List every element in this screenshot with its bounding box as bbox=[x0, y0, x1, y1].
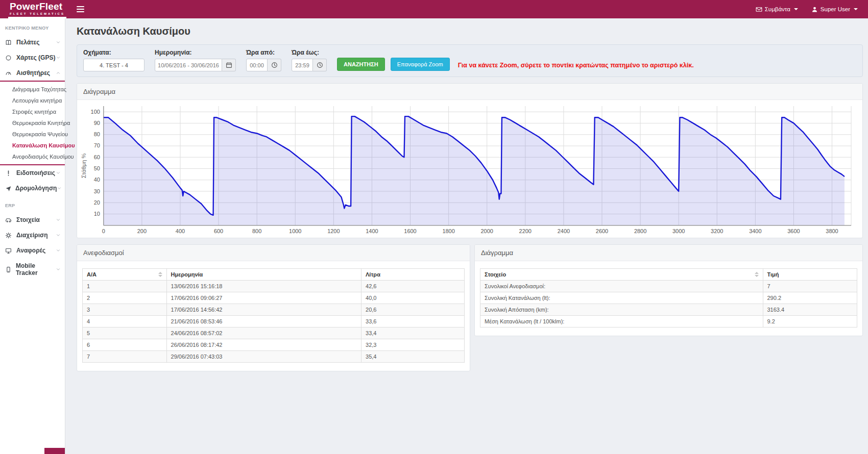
time-from-label: Ώρα από: bbox=[246, 49, 281, 56]
sidebar-item-mobile-tracker[interactable]: Mobile Tracker bbox=[0, 258, 65, 281]
table-row: Μέση Κατανάλωση (lt / 100klm):9.2 bbox=[480, 316, 857, 327]
sidebar-item-label: Στοιχεία bbox=[16, 216, 40, 223]
user-icon bbox=[811, 6, 818, 13]
clock-icon bbox=[271, 62, 278, 68]
zoom-hint-text: Για να κάνετε Zoom, σύρετε το ποντίκι κρ… bbox=[458, 62, 694, 69]
svg-text:800: 800 bbox=[252, 228, 261, 234]
svg-text:30: 30 bbox=[94, 188, 100, 194]
sidebar-subitem-fuel-consumption-active[interactable]: Κατανάλωση Καυσίμου bbox=[0, 140, 65, 151]
sidebar-section-erp: ERP bbox=[0, 196, 65, 212]
search-button[interactable]: ΑΝΑΖΗΤΗΣΗ bbox=[337, 58, 385, 71]
refuels-panel-title: Ανεφοδιασμοί bbox=[77, 245, 470, 261]
sidebar-subitem-engine-operation[interactable]: Λειτουργία κινητήρα bbox=[0, 95, 65, 106]
gear-icon bbox=[5, 232, 13, 239]
sidebar-item-label: Πελάτες bbox=[16, 39, 40, 46]
svg-text:1200: 1200 bbox=[327, 228, 340, 234]
paper-plane-icon bbox=[5, 185, 12, 192]
time-from-input[interactable] bbox=[246, 59, 268, 71]
calendar-icon bbox=[226, 62, 232, 68]
chevron-up-icon bbox=[56, 70, 61, 75]
svg-text:80: 80 bbox=[94, 131, 100, 137]
events-dropdown[interactable]: Συμβάντα bbox=[756, 6, 798, 13]
sensors-submenu: Διάγραμμα Ταχύτητας Λειτουργία κινητήρα … bbox=[0, 81, 65, 165]
date-range-input[interactable] bbox=[155, 59, 222, 71]
column-header-date[interactable]: Ημερομηνία bbox=[166, 269, 361, 281]
sidebar-item-customers[interactable]: Πελάτες bbox=[0, 35, 65, 50]
summary-panel: Διάγραμμα Στοιχείο Τιμή Συνολικοί Ανεφοδ… bbox=[474, 244, 863, 336]
logo-subtitle: FLEET TELEMATICS bbox=[10, 12, 65, 15]
svg-text:50: 50 bbox=[94, 165, 100, 171]
refuels-table: Α/Α Ημερομηνία Λίτρα 113/06/2016 15:16:1… bbox=[82, 268, 465, 363]
reset-zoom-button[interactable]: Επαναφορά Zoom bbox=[391, 58, 450, 71]
table-row: Συνολική Απόσταση (km):3163.4 bbox=[480, 304, 857, 316]
sidebar-item-notifications[interactable]: Ειδοποιήσεις bbox=[0, 165, 65, 181]
sidebar-item-records[interactable]: Στοιχεία bbox=[0, 212, 65, 228]
chart-panel-title: Διάγραμμα bbox=[77, 84, 862, 100]
sidebar-subitem-fridge-temperature[interactable]: Θερμοκρασία Ψυγείου bbox=[0, 129, 65, 140]
gauge-icon bbox=[5, 70, 13, 77]
chevron-down-icon bbox=[56, 233, 61, 238]
svg-text:90: 90 bbox=[94, 120, 100, 126]
page-title: Κατανάλωση Καυσίμου bbox=[77, 26, 863, 37]
sidebar-item-label: Χάρτες (GPS) bbox=[16, 54, 55, 61]
powerfleet-logo[interactable]: PowerFleet FLEET TELEMATICS bbox=[8, 1, 66, 18]
time-to-input[interactable] bbox=[292, 59, 313, 71]
svg-text:2200: 2200 bbox=[519, 228, 532, 234]
sidebar-subitem-engine-temperature[interactable]: Θερμοκρασία Κινητήρα bbox=[0, 117, 65, 129]
chevron-down-icon bbox=[794, 8, 798, 10]
table-row: Συνολικοί Ανεφοδιασμοί:7 bbox=[480, 281, 857, 292]
table-row: 626/06/2016 08:17:4232,3 bbox=[83, 339, 465, 351]
envelope-icon bbox=[756, 6, 762, 13]
svg-text:2000: 2000 bbox=[481, 228, 493, 234]
sidebar-item-administration[interactable]: Διαχείριση bbox=[0, 228, 65, 243]
book-icon bbox=[5, 39, 13, 46]
svg-text:1400: 1400 bbox=[366, 228, 378, 234]
sidebar-section-main: ΚΕΝΤΡΙΚΟ ΜΕΝΟΥ bbox=[0, 18, 65, 35]
sidebar-item-maps-gps[interactable]: Χάρτες (GPS) bbox=[0, 50, 65, 65]
svg-text:10: 10 bbox=[94, 211, 100, 217]
fuel-level-area-chart[interactable]: 0200400600800100012001400160018002000220… bbox=[80, 103, 859, 237]
sidebar-subitem-fuel-refueling[interactable]: Ανεφοδιασμός Καυσίμου bbox=[0, 151, 65, 162]
calendar-button[interactable] bbox=[222, 59, 236, 71]
chevron-down-icon bbox=[56, 40, 61, 45]
logo-title: PowerFleet bbox=[10, 2, 65, 11]
column-header-value[interactable]: Τιμή bbox=[763, 269, 857, 281]
column-header-item[interactable]: Στοιχείο bbox=[480, 269, 763, 281]
sort-icon bbox=[158, 272, 162, 277]
phone-icon bbox=[5, 266, 12, 273]
chart-panel: Διάγραμμα 020040060080010001200140016001… bbox=[77, 83, 863, 238]
sidebar-item-label: Mobile Tracker bbox=[16, 262, 56, 276]
column-header-aa[interactable]: Α/Α bbox=[83, 269, 167, 281]
sidebar-subitem-engine-rpm[interactable]: Στροφές κινητήρα bbox=[0, 106, 65, 117]
table-row: 729/06/2016 07:43:0335,4 bbox=[83, 351, 465, 363]
date-range-label: Ημερομηνία: bbox=[155, 49, 236, 56]
svg-text:100: 100 bbox=[91, 109, 100, 115]
vehicles-select[interactable] bbox=[83, 59, 144, 71]
svg-text:1000: 1000 bbox=[289, 228, 301, 234]
sidebar-footer-accent bbox=[44, 448, 65, 454]
exclamation-icon bbox=[5, 170, 13, 176]
time-from-clock-button[interactable] bbox=[268, 59, 281, 71]
svg-text:400: 400 bbox=[176, 228, 185, 234]
svg-text:3800: 3800 bbox=[826, 228, 838, 234]
column-header-liters[interactable]: Λίτρα bbox=[361, 269, 465, 281]
sidebar-item-sensors[interactable]: Αισθητήρες bbox=[0, 65, 65, 81]
sidebar-toggle-hamburger-icon[interactable] bbox=[77, 6, 84, 12]
svg-text:70: 70 bbox=[94, 142, 100, 148]
svg-text:200: 200 bbox=[137, 228, 147, 234]
chevron-down-icon bbox=[57, 186, 62, 191]
user-label: Super User bbox=[821, 6, 850, 12]
sidebar: ΚΕΝΤΡΙΚΟ ΜΕΝΟΥ Πελάτες Χάρτες (GPS) Αισθ… bbox=[0, 18, 65, 454]
sidebar-subitem-speed-chart[interactable]: Διάγραμμα Ταχύτητας bbox=[0, 84, 65, 95]
summary-panel-title: Διάγραμμα bbox=[475, 245, 862, 261]
sidebar-item-reports[interactable]: Αναφορές bbox=[0, 243, 65, 258]
user-menu-dropdown[interactable]: Super User bbox=[811, 6, 858, 13]
sidebar-item-routing[interactable]: Δρομολόγηση bbox=[0, 181, 65, 196]
time-to-clock-button[interactable] bbox=[313, 59, 327, 71]
filter-bar: Οχήματα: Ημερομηνία: Ώρα από: Ώρα έως: bbox=[77, 44, 863, 77]
svg-text:2800: 2800 bbox=[634, 228, 646, 234]
chevron-down-icon bbox=[56, 217, 61, 222]
svg-text:3400: 3400 bbox=[749, 228, 761, 234]
events-label: Συμβάντα bbox=[765, 6, 790, 12]
svg-text:3000: 3000 bbox=[672, 228, 685, 234]
